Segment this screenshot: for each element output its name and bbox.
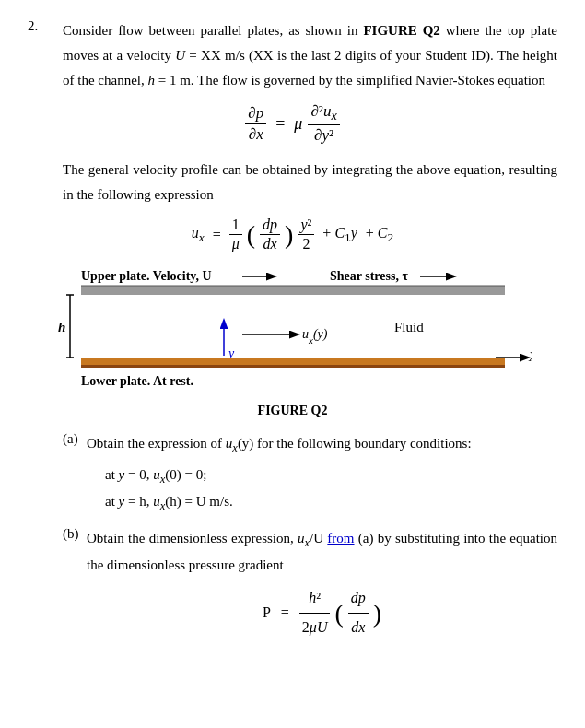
question-number: 2.: [28, 18, 53, 93]
bc2: at y = h, ux(h) = U m/s.: [87, 489, 557, 517]
velocity-symbol: U: [175, 48, 185, 63]
sub-b-text: Obtain the dimensionless expression, ux/…: [87, 526, 557, 645]
figure-caption: FIGURE Q2: [53, 404, 532, 418]
dp-dx-p: dp dx: [348, 585, 369, 641]
sub-question-b: (b) Obtain the dimensionless expression,…: [28, 526, 557, 645]
denominator-dy2: ∂y²: [311, 126, 336, 145]
upper-plate-label: Upper plate. Velocity, U: [81, 269, 212, 283]
sub-b-label: (b): [63, 526, 81, 645]
lower-plate-label: Lower plate. At rest.: [81, 374, 193, 388]
dp-dx-fraction: ∂p ∂x: [245, 104, 266, 144]
close-paren: ): [285, 222, 293, 248]
question-block: 2. Consider flow between parallel plates…: [28, 18, 557, 93]
height-symbol: h: [147, 73, 155, 88]
x-axis-label: X: [528, 350, 532, 364]
velocity-profile-equation: ux = 1 μ ( dp dx ) y² 2 + C1y + C2: [28, 217, 557, 252]
y-squared-over-2: y² 2: [298, 217, 314, 252]
open-paren-p: (: [334, 601, 343, 627]
open-paren: (: [247, 222, 255, 248]
dp-dx-inner: dp dx: [260, 217, 280, 252]
denominator-partial-x: ∂x: [246, 125, 266, 144]
figure-ref: FIGURE Q2: [363, 23, 439, 38]
navier-stokes-equation: ∂p ∂x = μ ∂²ux ∂y²: [28, 102, 557, 145]
question-text: Consider flow between parallel plates, a…: [63, 18, 557, 93]
from-link: from: [327, 531, 354, 546]
p-equation: P = h² 2μU ( dp dx ): [87, 585, 557, 641]
upper-plate-rect: [81, 286, 505, 295]
h-label: h: [58, 320, 65, 335]
shear-stress-label: Shear stress, τ: [330, 269, 408, 283]
numerator-partial-p: ∂p: [245, 104, 266, 123]
d2u-dy2-fraction: ∂²ux ∂y²: [308, 102, 339, 145]
h2-over-2muU: h² 2μU: [299, 585, 331, 641]
figure-container: Upper plate. Velocity, U Shear stress, τ: [53, 265, 532, 418]
bc1: at y = 0, ux(0) = 0;: [87, 463, 557, 490]
numerator-d2u: ∂²ux: [308, 102, 339, 123]
equals-sign-2: =: [213, 227, 221, 243]
sub-a-text: Obtain the expression of ux(y) for the f…: [87, 431, 557, 517]
ux-symbol: ux: [192, 225, 205, 245]
p-label: P: [263, 600, 271, 627]
svg-rect-6: [81, 295, 505, 358]
plus-c2: + C2: [366, 225, 393, 245]
sub-question-a: (a) Obtain the expression of ux(y) for t…: [28, 431, 557, 517]
general-text: The general velocity profile can be obta…: [28, 158, 557, 207]
mu-symbol: μ: [294, 114, 302, 134]
p-equals: =: [281, 600, 289, 627]
sub-a-label: (a): [63, 431, 81, 517]
equals-sign: =: [275, 114, 285, 134]
one-over-mu: 1 μ: [229, 217, 242, 252]
svg-rect-11: [81, 365, 505, 368]
plus-c1y: + C1y: [322, 225, 357, 245]
figure-svg: Upper plate. Velocity, U Shear stress, τ: [53, 265, 532, 394]
close-paren-p: ): [373, 601, 381, 627]
fluid-label: Fluid: [394, 320, 424, 335]
